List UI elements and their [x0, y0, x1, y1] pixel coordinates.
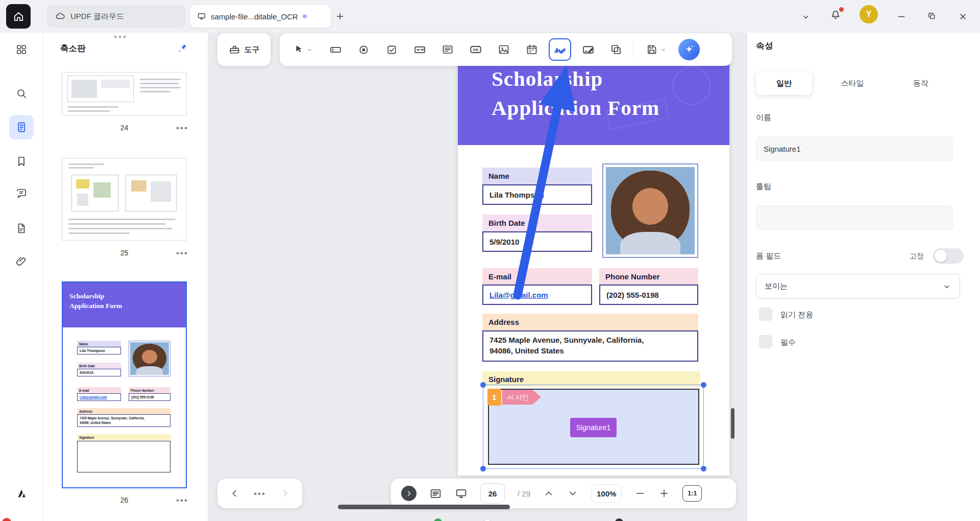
back-icon[interactable] [229, 488, 240, 499]
date-field-tool[interactable] [521, 38, 543, 61]
rail-search-button[interactable] [9, 81, 34, 106]
birth-date-label: Birth Date [482, 215, 592, 231]
zoom-level[interactable]: 100% [591, 484, 622, 503]
history-bar: ••• [217, 479, 302, 508]
field-list-icon [429, 487, 442, 500]
mini-birth-value: 5/9/2010 [77, 369, 121, 376]
phone-field[interactable]: (202) 555-0198 [599, 285, 698, 305]
push-button-tool[interactable]: OK [464, 38, 487, 61]
thumbnail-menu-button[interactable]: ••• [176, 124, 188, 132]
field-tooltip-label: 툴팁 [756, 182, 771, 192]
mini-signature-label: Signature [77, 434, 170, 440]
page-number-input[interactable]: 26 [480, 483, 505, 504]
ai-assistant-button[interactable] [678, 39, 700, 60]
visibility-value: 보이는 [765, 281, 788, 291]
combo-box-tool[interactable] [408, 38, 431, 61]
mini-name-label: Name [77, 341, 121, 347]
form-field-list-button[interactable] [429, 487, 442, 500]
mini-title-line2: Application Form [69, 301, 122, 311]
visibility-dropdown[interactable]: 보이는 [756, 274, 960, 299]
radio-button-tool[interactable] [352, 38, 375, 61]
vertical-scrollbar[interactable] [731, 408, 734, 439]
mini-email-value: Lila@gmail.com [77, 393, 121, 401]
close-icon [958, 11, 968, 22]
rail-thumbnails-button[interactable] [9, 115, 34, 139]
rail-app-logo-button[interactable] [9, 481, 34, 506]
thumbnail-page-number: 24 [62, 123, 187, 133]
combo-box-icon [413, 43, 426, 56]
tab-cloud[interactable]: UPDF 클라우드 [47, 5, 186, 28]
tab-document[interactable]: sample-file...ditable_OCR [190, 5, 331, 28]
close-button[interactable] [954, 8, 971, 25]
email-field[interactable]: Lila@gmail.com [482, 285, 592, 305]
select-tool[interactable] [287, 38, 318, 61]
home-button[interactable] [6, 4, 31, 29]
rail-bookmarks-button[interactable] [9, 149, 34, 174]
tab-general[interactable]: 일반 [756, 72, 812, 95]
signature-field-tool[interactable] [549, 38, 571, 61]
image-field-tool[interactable] [493, 38, 515, 61]
form-title-line1: Scholarship [492, 64, 659, 93]
more-pages-button[interactable]: ••• [254, 489, 266, 498]
monitor-icon [197, 12, 206, 21]
mini-title-line1: Scholarship [69, 291, 122, 301]
rail-comments-button[interactable] [9, 181, 34, 206]
copy-fields-tool[interactable] [605, 38, 627, 61]
thumbnail-image-selected[interactable]: Scholarship Application Form Name Lila T… [62, 281, 187, 488]
required-checkbox[interactable] [759, 335, 772, 348]
new-tab-button[interactable] [334, 10, 346, 22]
pin-panel-button[interactable] [174, 40, 190, 56]
svg-text:OK: OK [473, 48, 479, 52]
zoom-out-button[interactable] [634, 488, 646, 499]
tab-action[interactable]: 동작 [893, 72, 949, 95]
notifications-button[interactable] [829, 7, 844, 22]
field-name-input[interactable] [756, 136, 953, 161]
actual-size-button[interactable]: 1:1 [682, 485, 702, 502]
sign-document-tool[interactable] [577, 38, 599, 61]
resize-handle-nw[interactable] [480, 382, 486, 388]
presentation-mode-button[interactable] [455, 487, 468, 500]
tabs-overflow-button[interactable] [799, 10, 813, 23]
fixed-toggle[interactable] [933, 248, 964, 264]
rail-apps-button[interactable] [9, 37, 34, 62]
toolbar-divider [633, 41, 633, 58]
text-field-tool[interactable] [324, 38, 347, 61]
chevron-down-icon [942, 282, 951, 291]
avatar[interactable]: Y [860, 5, 878, 23]
rail-document-button[interactable] [9, 216, 34, 241]
mini-email-label: E-mail [77, 387, 121, 393]
checkbox-tool[interactable] [380, 38, 403, 61]
birth-date-field[interactable]: 5/9/2010 [482, 231, 592, 252]
thumbnail-image[interactable] [62, 72, 187, 116]
required-label: 필수 [780, 338, 796, 347]
rail-attachments-button[interactable] [9, 249, 34, 274]
horizontal-scrollbar[interactable] [338, 505, 510, 509]
notification-dot [839, 7, 844, 12]
expand-pager-button[interactable] [401, 486, 416, 501]
sign-document-icon [582, 43, 595, 56]
field-tooltip-input[interactable] [756, 205, 953, 230]
resize-handle-ne[interactable] [701, 382, 706, 388]
zoom-in-button[interactable] [658, 488, 670, 499]
comment-icon [15, 187, 28, 200]
thumbnail-menu-button[interactable]: ••• [176, 249, 188, 257]
tab-style[interactable]: 스타일 [824, 72, 880, 95]
tab-cloud-label: UPDF 클라우드 [70, 12, 124, 21]
name-field[interactable]: Lila Thompson [482, 184, 592, 205]
restore-button[interactable] [924, 8, 940, 25]
previous-page-button[interactable] [543, 488, 554, 499]
panel-drag-handle[interactable]: ●●● [114, 34, 128, 39]
next-page-button[interactable] [567, 488, 578, 499]
save-tool[interactable] [639, 38, 673, 61]
resize-handle-sw[interactable] [480, 466, 486, 471]
thumbnail-image[interactable] [62, 158, 187, 241]
thumbnail-menu-button[interactable]: ••• [176, 496, 188, 505]
tools-menu-button[interactable]: 도구 [217, 33, 271, 66]
readonly-checkbox[interactable] [759, 307, 772, 321]
minimize-button[interactable] [893, 8, 910, 25]
list-box-tool[interactable] [436, 38, 459, 61]
resize-handle-se[interactable] [701, 466, 706, 471]
mini-phone-value: (202) 555-0198 [129, 393, 170, 401]
forward-icon[interactable] [279, 488, 290, 499]
address-field[interactable]: 7425 Maple Avenue, Sunnyvale, California… [482, 330, 698, 362]
